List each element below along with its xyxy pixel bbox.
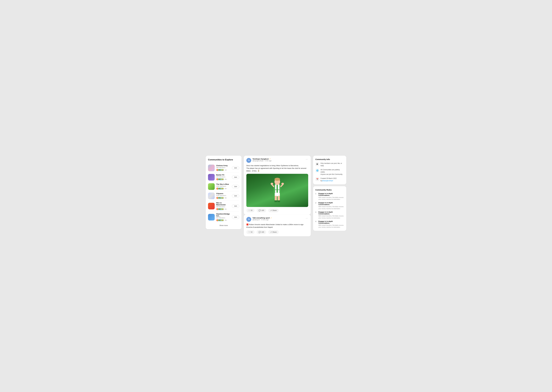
community-thumb-banter-fc <box>208 174 215 181</box>
post-avatar-post1: TA <box>246 158 251 163</box>
post-text-post2: 🟥 Rúben Amorim wants Manchester United t… <box>246 223 308 229</box>
svg-rect-3 <box>279 185 281 193</box>
community-thumb-stamford-bridge <box>208 214 215 221</box>
post-username-time-post2: @talksport · 4 mins ago <box>253 219 304 221</box>
like-button-post2[interactable]: ♡ 52 <box>246 230 254 234</box>
post-actions-post1: ♡ 52 💬 100 ↗ Share <box>246 209 308 212</box>
community-info-men-in-manchester: Men in Manchester 300 Members 😊 😎 🙂 😄 92… <box>216 202 230 210</box>
community-item-banter-fc: Banter FC 22K Members 😊 😎 🙂 😄 40+ Join <box>208 173 239 182</box>
community-thumb-sky-is-blue <box>208 183 215 190</box>
community-item-cityzens: Cityzens 424K Members 😊 😎 🙂 😄 56+ Join <box>208 191 239 201</box>
avatar-more-count: 92+ <box>225 208 227 210</box>
svg-rect-10 <box>275 193 280 196</box>
like-button-post1[interactable]: ♡ 52 <box>246 209 254 212</box>
verified-badge: ✓ <box>270 217 272 219</box>
rules-list: 1 Engage in in-depth Conversations With … <box>315 193 344 228</box>
community-avatars-banter-fc: 😊 😎 🙂 😄 40+ <box>216 178 230 181</box>
avatar-4: 😄 <box>222 178 224 181</box>
post-meta-post2: Talk everything sport ✓ @talksport · 4 m… <box>253 217 304 221</box>
avatar-stack: 😊 😎 🙂 😄 <box>216 169 224 171</box>
post-actions-post2: ♡ 52 💬 100 ↗ Share <box>246 230 308 234</box>
join-button-chelsea-army[interactable]: Join <box>232 166 239 170</box>
svg-rect-13 <box>275 200 277 202</box>
share-icon: ↗ <box>270 210 272 211</box>
rule-name-4: Engage in in-depth Conversations <box>319 221 344 224</box>
more-options-button-post1[interactable]: ··· <box>305 158 308 161</box>
comment-icon: 💬 <box>259 231 261 233</box>
avatar-4: 😄 <box>222 219 224 221</box>
heart-icon: ♡ <box>248 210 250 211</box>
right-panel: Community Info 🏛 Only members can post, … <box>313 156 346 231</box>
community-avatars-cityzens: 😊 😎 🙂 😄 56+ <box>216 197 230 199</box>
avatar-more-count: 40+ <box>225 179 227 180</box>
community-members-banter-fc: 22K Members <box>216 176 230 178</box>
rule-desc-3: With instant transfers, Remitally ensure… <box>319 215 344 219</box>
feed-panel: TA Temitope Aiyegbusi ✓ @aiyegbusitope ·… <box>244 156 311 237</box>
svg-rect-11 <box>275 196 277 201</box>
join-button-sky-is-blue[interactable]: Join <box>232 185 239 188</box>
join-button-banter-fc[interactable]: Join <box>232 175 239 179</box>
community-name-banter-fc: Banter FC <box>216 174 230 176</box>
post-author-post2: Talk everything sport ✓ <box>253 217 304 219</box>
post-meta-post1: Temitope Aiyegbusi ✓ @aiyegbusitope · 2 … <box>253 158 304 162</box>
share-button-post1[interactable]: ↗ Share <box>268 209 279 212</box>
comment-button-post1[interactable]: 💬 100 <box>257 209 266 212</box>
community-thumb-cityzens <box>208 193 215 199</box>
comment-button-post2[interactable]: 💬 100 <box>257 230 266 234</box>
community-rules-card: Community Rules 1 Engage in in-depth Con… <box>313 186 346 231</box>
post-author-post1: Temitope Aiyegbusi ✓ <box>253 158 304 160</box>
community-info-cityzens: Cityzens 424K Members 😊 😎 🙂 😄 56+ <box>216 193 230 199</box>
info-row-1: 🌐 All Communities are publicly visible.A… <box>315 168 344 175</box>
rule-name-3: Engage in in-depth Conversations <box>319 211 344 215</box>
community-item-sky-is-blue: The Sky is Blue 100K Members 😊 😎 🙂 😄 56+… <box>208 182 239 191</box>
posts-list: TA Temitope Aiyegbusi ✓ @aiyegbusitope ·… <box>244 156 311 237</box>
info-row-2: 📅 Created 29 March 2022 by@aiyegbusitope <box>315 177 344 182</box>
community-members-sky-is-blue: 100K Members <box>216 185 230 187</box>
rule-item-2: 2 Engage in in-depth Conversations With … <box>315 202 344 210</box>
community-creator-link[interactable]: @aiyegbusitope <box>322 180 333 182</box>
join-button-cityzens[interactable]: Join <box>232 194 239 197</box>
community-name-cityzens: Cityzens <box>216 193 230 195</box>
communities-panel: Communities to Explore Chelsea Army 38K … <box>206 156 241 229</box>
rule-item-3: 3 Engage in in-depth Conversations With … <box>315 211 344 219</box>
rule-number-1: 1 <box>315 193 317 195</box>
avatar-stack: 😊 😎 🙂 😄 <box>216 188 224 190</box>
avatar-more-count: 12+ <box>225 169 227 171</box>
info-icon-2: 📅 <box>315 177 319 181</box>
community-info-banter-fc: Banter FC 22K Members 😊 😎 🙂 😄 40+ <box>216 174 230 181</box>
community-info-title: Community Info <box>315 158 344 161</box>
svg-rect-2 <box>276 185 278 193</box>
join-button-stamford-bridge[interactable]: Join <box>232 216 239 219</box>
community-item-chelsea-army: Chelsea Army 38K Members 😊 😎 🙂 😄 12+ Joi… <box>208 163 239 173</box>
share-icon: ↗ <box>270 231 272 233</box>
post-username-time-post1: @aiyegbusitope · 2 min ago <box>253 160 304 162</box>
info-text-0: Only members can post, like, or reply. <box>320 162 344 167</box>
show-more-button[interactable]: Show more <box>208 224 239 226</box>
rule-item-4: 4 Engage in in-depth Conversations With … <box>315 221 344 228</box>
svg-rect-14 <box>277 200 280 202</box>
avatar-4: 😄 <box>222 169 224 171</box>
player-svg: BETANO <box>264 175 290 206</box>
svg-text:BETANO: BETANO <box>275 189 280 190</box>
svg-point-5 <box>275 178 280 181</box>
join-button-men-in-manchester[interactable]: Join <box>232 204 239 208</box>
info-icon-1: 🌐 <box>315 168 319 172</box>
rule-content-4: Engage in in-depth Conversations With in… <box>319 221 344 228</box>
avatar-more-count: 56+ <box>225 188 227 189</box>
community-name-sky-is-blue: The Sky is Blue <box>216 183 230 185</box>
community-rules-title: Community Rules <box>315 189 344 191</box>
community-avatars-chelsea-army: 😊 😎 🙂 😄 12+ <box>216 169 230 171</box>
rule-number-3: 3 <box>315 211 317 213</box>
rule-name-2: Engage in in-depth Conversations <box>319 202 344 205</box>
share-button-post2[interactable]: ↗ Share <box>268 230 279 234</box>
avatar-4: 😄 <box>222 197 224 199</box>
rule-desc-4: With instant transfers, Remitally ensure… <box>319 224 344 228</box>
community-info-card: Community Info 🏛 Only members can post, … <box>313 156 346 184</box>
community-members-chelsea-army: 38K Members <box>216 167 230 168</box>
community-members-men-in-manchester: 300 Members <box>216 206 230 208</box>
community-info-chelsea-army: Chelsea Army 38K Members 😊 😎 🙂 😄 12+ <box>216 165 230 171</box>
more-options-button-post2[interactable]: ··· <box>305 217 308 220</box>
info-text-2: Created 29 March 2022 by@aiyegbusitope <box>320 177 344 182</box>
avatar-stack: 😊 😎 🙂 😄 <box>216 197 224 199</box>
rule-number-2: 2 <box>315 202 317 204</box>
